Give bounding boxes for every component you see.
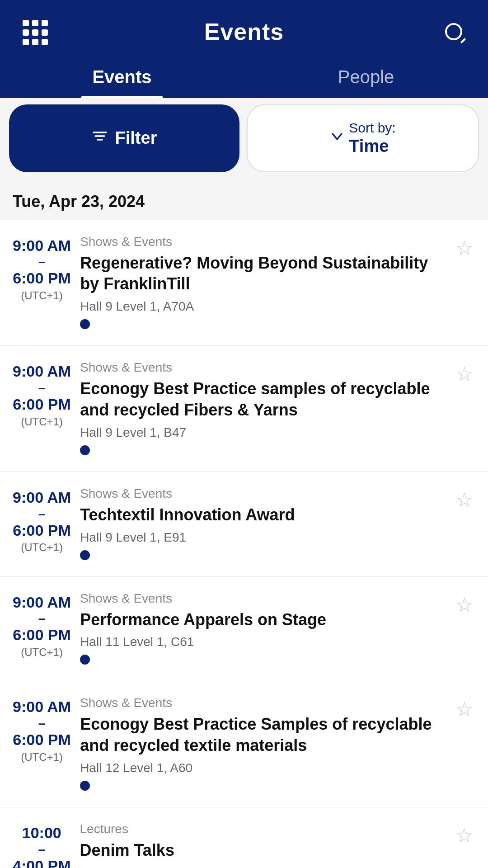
- sort-button[interactable]: Sort by: Time: [247, 104, 479, 172]
- event-end-time: 6:00 PM: [13, 269, 71, 287]
- event-time: 9:00 AM – 6:00 PM (UTC+1): [13, 696, 71, 764]
- filter-sort-bar: Filter Sort by: Time: [0, 98, 488, 179]
- event-end-time: 6:00 PM: [13, 731, 71, 748]
- event-dash: –: [13, 507, 71, 521]
- event-time: 9:00 AM – 6:00 PM (UTC+1): [13, 235, 71, 302]
- search-button[interactable]: [442, 20, 465, 43]
- event-category: Shows & Events: [80, 696, 444, 710]
- event-dash: –: [13, 255, 71, 269]
- event-content: Lectures Denim Talks Hall 8 Level 0, D20: [80, 822, 444, 868]
- event-category: Shows & Events: [80, 360, 444, 375]
- event-dash: –: [13, 716, 71, 731]
- list-item: 9:00 AM – 6:00 PM (UTC+1) Shows & Events…: [0, 220, 488, 346]
- event-title: Denim Talks: [80, 840, 444, 861]
- event-dot: [80, 445, 90, 455]
- event-end-time: 6:00 PM: [13, 396, 71, 413]
- list-item: 9:00 AM – 6:00 PM (UTC+1) Shows & Events…: [0, 681, 488, 807]
- filter-label: Filter: [115, 128, 157, 148]
- event-dot: [80, 319, 90, 329]
- event-category: Shows & Events: [80, 486, 444, 501]
- grid-menu-icon[interactable]: [23, 20, 46, 43]
- event-start-time: 9:00 AM: [13, 594, 71, 611]
- app-header: Events Events People: [0, 0, 488, 98]
- event-location: Hall 11 Level 1, C61: [80, 635, 444, 649]
- event-start-time: 9:00 AM: [13, 363, 71, 380]
- event-content: Shows & Events Performance Apparels on S…: [80, 591, 444, 667]
- event-time: 9:00 AM – 6:00 PM (UTC+1): [13, 486, 71, 554]
- event-location: Hall 8 Level 0, D20: [80, 866, 444, 868]
- event-title: Techtextil Innovation Award: [80, 505, 444, 526]
- search-icon: [445, 23, 462, 40]
- event-start-time: 9:00 AM: [13, 237, 71, 254]
- event-title: Econogy Best Practice samples of recycla…: [80, 378, 444, 421]
- event-time: 10:00 – 4:00 PM (UTC+1): [13, 822, 71, 868]
- event-location: Hall 9 Level 1, B47: [80, 425, 444, 440]
- tab-events[interactable]: Events: [0, 54, 244, 98]
- event-location: Hall 9 Level 1, E91: [80, 530, 444, 545]
- event-time: 9:00 AM – 6:00 PM (UTC+1): [13, 591, 71, 659]
- event-start-time: 9:00 AM: [13, 489, 71, 506]
- event-dash: –: [13, 611, 71, 626]
- event-time: 9:00 AM – 6:00 PM (UTC+1): [13, 360, 71, 428]
- event-category: Shows & Events: [80, 591, 444, 606]
- event-category: Lectures: [80, 822, 444, 836]
- event-content: Shows & Events Techtextil Innovation Awa…: [80, 486, 444, 562]
- event-content: Shows & Events Econogy Best Practice sam…: [80, 360, 444, 457]
- list-item: 9:00 AM – 6:00 PM (UTC+1) Shows & Events…: [0, 346, 488, 472]
- favorite-star-button[interactable]: ☆: [453, 486, 475, 511]
- filter-icon: [92, 128, 108, 148]
- event-dot: [80, 781, 90, 791]
- event-content: Shows & Events Econogy Best Practice Sam…: [80, 696, 444, 793]
- chevron-down-icon: [330, 129, 344, 147]
- event-start-time: 10:00: [22, 824, 61, 841]
- favorite-star-button[interactable]: ☆: [453, 822, 475, 847]
- event-category: Shows & Events: [80, 235, 444, 249]
- events-list: 9:00 AM – 6:00 PM (UTC+1) Shows & Events…: [0, 220, 488, 868]
- list-item: 10:00 – 4:00 PM (UTC+1) Lectures Denim T…: [0, 807, 488, 868]
- event-location: Hall 12 Level 1, A60: [80, 761, 444, 775]
- date-section-header: Tue, Apr 23, 2024: [0, 179, 488, 220]
- tab-people[interactable]: People: [244, 54, 488, 98]
- event-dot: [80, 550, 90, 560]
- favorite-star-button[interactable]: ☆: [453, 360, 475, 385]
- event-start-time: 9:00 AM: [13, 698, 71, 715]
- filter-button[interactable]: Filter: [9, 104, 239, 172]
- event-location: Hall 9 Level 1, A70A: [80, 299, 444, 314]
- event-title: Regenerative? Moving Beyond Sustainabili…: [80, 253, 444, 295]
- event-dot: [80, 655, 90, 665]
- page-title: Events: [204, 18, 284, 45]
- event-dash: –: [13, 842, 71, 857]
- event-end-time: 6:00 PM: [13, 626, 71, 643]
- event-end-time: 6:00 PM: [13, 522, 71, 539]
- favorite-star-button[interactable]: ☆: [453, 235, 475, 259]
- sort-text: Sort by: Time: [349, 120, 395, 157]
- event-dash: –: [13, 381, 71, 395]
- event-content: Shows & Events Regenerative? Moving Beyo…: [80, 235, 444, 331]
- list-item: 9:00 AM – 6:00 PM (UTC+1) Shows & Events…: [0, 472, 488, 577]
- event-title: Econogy Best Practice Samples of recycla…: [80, 714, 444, 756]
- favorite-star-button[interactable]: ☆: [453, 591, 475, 616]
- event-end-time: 4:00 PM: [13, 857, 71, 868]
- list-item: 9:00 AM – 6:00 PM (UTC+1) Shows & Events…: [0, 577, 488, 682]
- event-title: Performance Apparels on Stage: [80, 609, 444, 631]
- tab-bar: Events People: [0, 54, 488, 98]
- favorite-star-button[interactable]: ☆: [453, 696, 475, 721]
